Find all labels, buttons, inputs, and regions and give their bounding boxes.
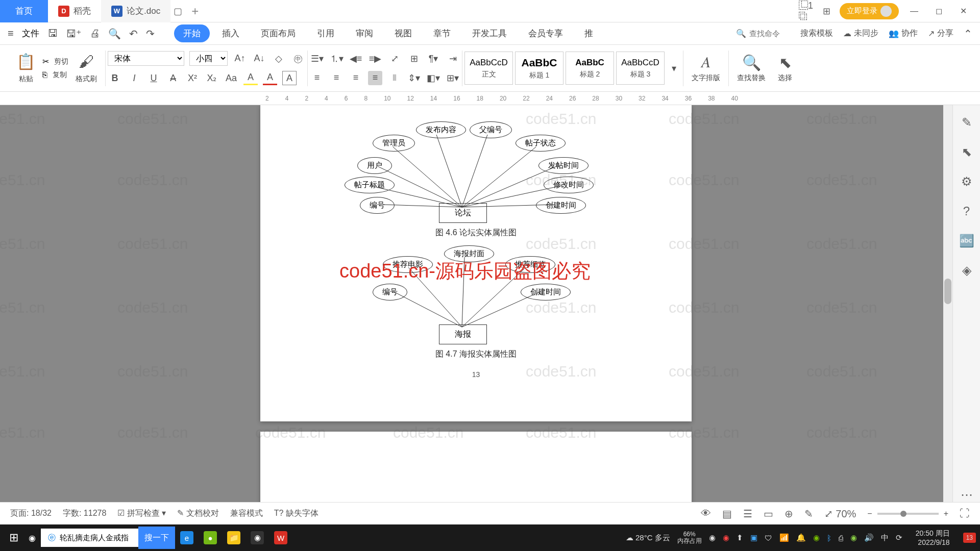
change-case-button[interactable]: Aa <box>224 71 238 85</box>
fullscreen-icon[interactable]: ⛶ <box>960 508 970 519</box>
subscript-button[interactable]: X₂ <box>205 71 219 85</box>
text-layout-icon[interactable]: 𝐴 <box>701 54 710 71</box>
find-replace-icon[interactable]: 🔍 <box>742 54 761 71</box>
tray-sync-icon[interactable]: ⟳ <box>896 533 902 542</box>
close-button[interactable]: ✕ <box>954 2 972 20</box>
scrollbar-thumb[interactable] <box>944 279 951 304</box>
borders-button[interactable]: ⊞▾ <box>446 71 460 85</box>
reading-view-icon[interactable]: ▭ <box>764 508 773 520</box>
paste-icon[interactable]: 📋 <box>16 53 35 70</box>
annotate-icon[interactable]: ✎ <box>804 508 813 520</box>
tab-button[interactable]: ⇥ <box>446 52 460 66</box>
page-view-icon[interactable]: ▤ <box>722 508 732 520</box>
more-tools-icon[interactable]: ⋯ <box>961 488 973 502</box>
wps-app-icon[interactable]: W <box>269 527 292 549</box>
app-icon-1[interactable]: ◉ <box>246 527 269 549</box>
cut-icon[interactable]: ✂ <box>42 57 49 66</box>
style-heading3[interactable]: AaBbCcD 标题 3 <box>616 52 665 85</box>
vertical-scrollbar[interactable] <box>943 105 952 502</box>
font-size-select[interactable]: 小四 <box>189 51 228 66</box>
redo-icon[interactable]: ↷ <box>146 28 155 40</box>
bold-button[interactable]: B <box>108 71 122 85</box>
file-menu[interactable]: 文件 <box>22 28 39 39</box>
style-heading1[interactable]: AaBbC 标题 1 <box>515 52 564 85</box>
weather-widget[interactable]: ☁ 28°C 多云 <box>626 533 670 543</box>
text-direction-button[interactable]: ⤢ <box>387 52 402 66</box>
maximize-button[interactable]: ◻ <box>929 2 948 20</box>
ribbon-tab-member[interactable]: 会员专享 <box>519 24 572 42</box>
zoom-slider[interactable] <box>877 513 939 515</box>
start-button[interactable]: ⊞ <box>4 527 23 549</box>
ribbon-tab-layout[interactable]: 页面布局 <box>252 24 305 42</box>
ribbon-tab-chapter[interactable]: 章节 <box>424 24 460 42</box>
print-icon[interactable]: 🖨 <box>90 28 100 39</box>
tray-ime-icon[interactable]: 中 <box>881 533 889 543</box>
increase-indent-button[interactable]: ≡▶ <box>368 52 382 66</box>
notification-icon[interactable]: 13 <box>963 533 976 543</box>
bullets-button[interactable]: ☰▾ <box>310 52 324 66</box>
ruler[interactable]: 2 4 2 4 6 8 10 12 14 16 18 20 22 24 26 2… <box>0 92 980 105</box>
highlight-button[interactable]: A <box>243 71 258 85</box>
print-preview-icon[interactable]: 🔍 <box>108 28 121 40</box>
translate-tool-icon[interactable]: 🔤 <box>959 234 974 248</box>
fit-page-icon[interactable]: ⤢ 70% <box>824 508 856 520</box>
align-justify-button[interactable]: ≡ <box>368 71 382 85</box>
font-family-select[interactable]: 宋体 <box>108 51 184 66</box>
tab-add[interactable]: + <box>185 1 205 21</box>
tray-icon-1[interactable]: ◉ <box>709 533 716 542</box>
clear-format-icon[interactable]: ◇ <box>272 52 286 66</box>
undo-icon[interactable]: ↶ <box>129 28 138 40</box>
location-tool-icon[interactable]: ◈ <box>962 263 971 278</box>
memory-widget[interactable]: 66%内存占用 <box>677 531 702 544</box>
italic-button[interactable]: I <box>127 71 141 85</box>
align-left-button[interactable]: ≡ <box>310 71 324 85</box>
save-as-icon[interactable]: 🖫⁺ <box>66 28 82 40</box>
zoom-out-button[interactable]: − <box>867 509 872 518</box>
zoom-in-button[interactable]: + <box>944 509 948 518</box>
taskbar-search-input[interactable] <box>60 534 131 542</box>
read-mode-icon[interactable]: ⿺1⿻ <box>799 4 813 18</box>
collab-button[interactable]: 👥 协作 <box>889 28 918 39</box>
underline-button[interactable]: U <box>146 71 161 85</box>
tray-green-icon[interactable]: ◉ <box>850 533 857 542</box>
font-color-button[interactable]: A <box>263 71 277 85</box>
help-tool-icon[interactable]: ? <box>963 204 970 218</box>
login-button[interactable]: 立即登录 <box>840 3 899 19</box>
command-search-input[interactable] <box>749 29 790 38</box>
document-area[interactable]: 论坛 管理员 发布内容 父编号 帖子状态 用户 发帖时间 帖子标题 修改时间 编… <box>0 105 952 502</box>
tray-icon-4[interactable]: ▣ <box>750 533 757 542</box>
word-count[interactable]: 字数: 11278 <box>63 508 106 519</box>
cursor-tool-icon[interactable]: ⬉ <box>962 145 972 159</box>
tray-icon-3[interactable]: ⬆ <box>737 533 743 542</box>
tray-volume-icon[interactable]: 🔊 <box>864 533 874 542</box>
line-spacing-button[interactable]: ⇕▾ <box>407 71 421 85</box>
style-heading2[interactable]: AaBbC 标题 2 <box>566 52 614 85</box>
format-painter-icon[interactable]: 🖌 <box>79 53 94 70</box>
distribute-button[interactable]: ⫴ <box>387 71 402 85</box>
cortana-icon[interactable]: ◉ <box>23 527 41 549</box>
tab-home[interactable]: 首页 <box>0 0 48 22</box>
tray-wifi-icon[interactable]: 📶 <box>779 533 789 542</box>
ribbon-tab-more[interactable]: 推 <box>575 24 602 42</box>
align-right-button[interactable]: ≡ <box>349 71 363 85</box>
save-icon[interactable]: 🖫 <box>47 28 58 39</box>
doc-proof[interactable]: ✎ 文档校对 <box>177 508 218 519</box>
tray-icon-2[interactable]: ◉ <box>723 533 729 542</box>
tab-document[interactable]: W 论文.doc <box>101 0 170 22</box>
web-view-icon[interactable]: ⊕ <box>785 508 793 520</box>
search-button[interactable]: 搜一下 <box>138 527 175 549</box>
tray-nvidia-icon[interactable]: ◉ <box>813 533 820 542</box>
copy-icon[interactable]: ⎘ <box>42 70 47 80</box>
tab-docao[interactable]: D 稻壳 <box>48 0 101 22</box>
increase-font-icon[interactable]: A↑ <box>233 52 247 66</box>
spell-check[interactable]: ☑ 拼写检查 ▾ <box>117 508 166 519</box>
eye-mode-icon[interactable]: 👁 <box>701 508 711 519</box>
ribbon-tab-references[interactable]: 引用 <box>308 24 344 42</box>
decrease-font-icon[interactable]: A↓ <box>252 52 266 66</box>
tray-bluetooth-icon[interactable]: ᛒ <box>827 534 831 542</box>
strikethrough-button[interactable]: A̶ <box>166 71 180 85</box>
ribbon-tab-devtools[interactable]: 开发工具 <box>463 24 516 42</box>
outline-view-icon[interactable]: ☰ <box>743 508 752 520</box>
phonetic-icon[interactable]: ㊥ <box>291 52 305 66</box>
settings-tool-icon[interactable]: ⚙ <box>961 174 972 189</box>
